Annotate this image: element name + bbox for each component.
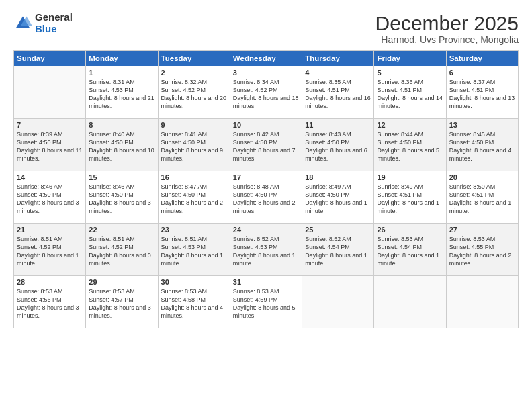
col-thursday: Thursday xyxy=(302,51,374,66)
day-cell: 8 Sunrise: 8:40 AM Sunset: 4:50 PM Dayli… xyxy=(86,119,158,171)
day-info: Sunrise: 8:53 AM Sunset: 4:59 PM Dayligh… xyxy=(233,287,299,320)
col-wednesday: Wednesday xyxy=(230,51,302,66)
daylight-text: Daylight: 8 hours and 11 minutes. xyxy=(17,146,83,163)
day-info: Sunrise: 8:41 AM Sunset: 4:50 PM Dayligh… xyxy=(161,130,227,163)
day-info: Sunrise: 8:35 AM Sunset: 4:51 PM Dayligh… xyxy=(305,78,371,111)
daylight-text: Daylight: 8 hours and 1 minute. xyxy=(161,251,227,267)
sunset-text: Sunset: 4:58 PM xyxy=(161,295,227,304)
sunrise-text: Sunrise: 8:41 AM xyxy=(161,130,227,138)
calendar-title: December 2025 xyxy=(375,12,519,34)
day-info: Sunrise: 8:53 AM Sunset: 4:58 PM Dayligh… xyxy=(161,287,227,320)
day-number: 24 xyxy=(233,226,299,234)
day-info: Sunrise: 8:44 AM Sunset: 4:50 PM Dayligh… xyxy=(377,130,443,163)
sunset-text: Sunset: 4:51 PM xyxy=(377,191,443,199)
daylight-text: Daylight: 8 hours and 5 minutes. xyxy=(377,146,443,163)
day-number: 9 xyxy=(161,121,227,129)
day-info: Sunrise: 8:37 AM Sunset: 4:51 PM Dayligh… xyxy=(449,78,515,111)
title-section: December 2025 Harmod, Uvs Province, Mong… xyxy=(375,12,519,45)
sunrise-text: Sunrise: 8:48 AM xyxy=(233,183,299,191)
daylight-text: Daylight: 8 hours and 6 minutes. xyxy=(305,146,371,163)
sunset-text: Sunset: 4:51 PM xyxy=(449,86,515,94)
day-number: 26 xyxy=(377,226,443,234)
daylight-text: Daylight: 8 hours and 18 minutes. xyxy=(233,94,299,110)
logo-text: General Blue xyxy=(35,12,73,34)
day-cell xyxy=(374,276,446,328)
day-cell: 28 Sunrise: 8:53 AM Sunset: 4:56 PM Dayl… xyxy=(14,276,86,328)
day-number: 17 xyxy=(233,173,299,181)
sunrise-text: Sunrise: 8:37 AM xyxy=(449,78,515,86)
day-number: 15 xyxy=(89,173,154,181)
daylight-text: Daylight: 8 hours and 1 minute. xyxy=(377,199,443,215)
day-info: Sunrise: 8:32 AM Sunset: 4:52 PM Dayligh… xyxy=(161,78,227,111)
day-number: 6 xyxy=(449,68,515,77)
daylight-text: Daylight: 8 hours and 14 minutes. xyxy=(377,94,443,110)
day-cell: 5 Sunrise: 8:36 AM Sunset: 4:51 PM Dayli… xyxy=(374,66,446,119)
sunset-text: Sunset: 4:54 PM xyxy=(377,243,443,251)
day-cell: 27 Sunrise: 8:53 AM Sunset: 4:55 PM Dayl… xyxy=(446,224,518,276)
sunrise-text: Sunrise: 8:49 AM xyxy=(377,183,443,191)
day-cell: 10 Sunrise: 8:42 AM Sunset: 4:50 PM Dayl… xyxy=(230,119,302,171)
day-cell: 26 Sunrise: 8:53 AM Sunset: 4:54 PM Dayl… xyxy=(374,224,446,276)
day-info: Sunrise: 8:51 AM Sunset: 4:52 PM Dayligh… xyxy=(17,235,83,268)
daylight-text: Daylight: 8 hours and 1 minute. xyxy=(233,251,299,267)
logo-icon xyxy=(13,14,32,33)
day-cell xyxy=(302,276,374,328)
day-cell: 17 Sunrise: 8:48 AM Sunset: 4:50 PM Dayl… xyxy=(230,171,302,224)
day-info: Sunrise: 8:52 AM Sunset: 4:54 PM Dayligh… xyxy=(305,235,371,268)
sunset-text: Sunset: 4:50 PM xyxy=(161,138,227,146)
day-number: 1 xyxy=(89,68,154,77)
daylight-text: Daylight: 8 hours and 16 minutes. xyxy=(305,94,371,110)
col-tuesday: Tuesday xyxy=(158,51,230,66)
sunset-text: Sunset: 4:53 PM xyxy=(161,243,227,251)
day-number: 10 xyxy=(233,121,299,129)
sunrise-text: Sunrise: 8:39 AM xyxy=(17,130,83,138)
day-number: 16 xyxy=(161,173,227,181)
day-number: 4 xyxy=(305,68,371,77)
day-cell: 2 Sunrise: 8:32 AM Sunset: 4:52 PM Dayli… xyxy=(158,66,230,119)
day-number: 22 xyxy=(89,226,154,234)
day-cell: 1 Sunrise: 8:31 AM Sunset: 4:53 PM Dayli… xyxy=(86,66,158,119)
day-info: Sunrise: 8:49 AM Sunset: 4:50 PM Dayligh… xyxy=(305,183,371,216)
logo: General Blue xyxy=(13,12,73,34)
sunrise-text: Sunrise: 8:53 AM xyxy=(89,287,154,295)
logo-blue-text: Blue xyxy=(35,24,73,35)
daylight-text: Daylight: 8 hours and 9 minutes. xyxy=(161,146,227,163)
day-info: Sunrise: 8:51 AM Sunset: 4:53 PM Dayligh… xyxy=(161,235,227,268)
day-cell: 29 Sunrise: 8:53 AM Sunset: 4:57 PM Dayl… xyxy=(86,276,158,328)
day-info: Sunrise: 8:36 AM Sunset: 4:51 PM Dayligh… xyxy=(377,78,443,111)
sunrise-text: Sunrise: 8:44 AM xyxy=(377,130,443,138)
sunset-text: Sunset: 4:51 PM xyxy=(305,86,371,94)
week-row-4: 21 Sunrise: 8:51 AM Sunset: 4:52 PM Dayl… xyxy=(14,224,519,276)
day-info: Sunrise: 8:46 AM Sunset: 4:50 PM Dayligh… xyxy=(17,183,83,216)
sunrise-text: Sunrise: 8:42 AM xyxy=(233,130,299,138)
day-info: Sunrise: 8:43 AM Sunset: 4:50 PM Dayligh… xyxy=(305,130,371,163)
daylight-text: Daylight: 8 hours and 1 minute. xyxy=(305,199,371,215)
day-number: 2 xyxy=(161,68,227,77)
day-info: Sunrise: 8:48 AM Sunset: 4:50 PM Dayligh… xyxy=(233,183,299,216)
day-cell: 24 Sunrise: 8:52 AM Sunset: 4:53 PM Dayl… xyxy=(230,224,302,276)
sunset-text: Sunset: 4:59 PM xyxy=(233,295,299,304)
sunset-text: Sunset: 4:50 PM xyxy=(89,191,154,199)
sunset-text: Sunset: 4:50 PM xyxy=(161,191,227,199)
daylight-text: Daylight: 8 hours and 2 minutes. xyxy=(161,199,227,215)
sunset-text: Sunset: 4:53 PM xyxy=(89,86,154,94)
sunset-text: Sunset: 4:50 PM xyxy=(233,138,299,146)
daylight-text: Daylight: 8 hours and 2 minutes. xyxy=(449,251,515,267)
sunset-text: Sunset: 4:55 PM xyxy=(449,243,515,251)
day-info: Sunrise: 8:50 AM Sunset: 4:51 PM Dayligh… xyxy=(449,183,515,216)
day-number: 12 xyxy=(377,121,443,129)
day-number: 14 xyxy=(17,173,83,181)
day-cell: 13 Sunrise: 8:45 AM Sunset: 4:50 PM Dayl… xyxy=(446,119,518,171)
day-cell: 25 Sunrise: 8:52 AM Sunset: 4:54 PM Dayl… xyxy=(302,224,374,276)
daylight-text: Daylight: 8 hours and 5 minutes. xyxy=(233,304,299,320)
col-sunday: Sunday xyxy=(14,51,86,66)
day-info: Sunrise: 8:40 AM Sunset: 4:50 PM Dayligh… xyxy=(89,130,154,163)
daylight-text: Daylight: 8 hours and 4 minutes. xyxy=(449,146,515,163)
daylight-text: Daylight: 8 hours and 3 minutes. xyxy=(89,304,154,320)
day-cell xyxy=(14,66,86,119)
sunrise-text: Sunrise: 8:31 AM xyxy=(89,78,154,86)
sunrise-text: Sunrise: 8:51 AM xyxy=(17,235,83,243)
sunset-text: Sunset: 4:56 PM xyxy=(17,295,83,304)
day-cell: 23 Sunrise: 8:51 AM Sunset: 4:53 PM Dayl… xyxy=(158,224,230,276)
calendar-subtitle: Harmod, Uvs Province, Mongolia xyxy=(375,34,519,45)
